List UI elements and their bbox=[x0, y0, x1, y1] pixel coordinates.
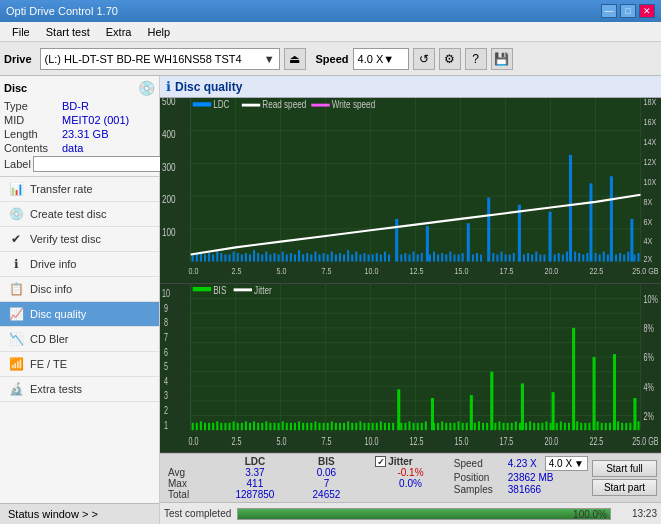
svg-text:300: 300 bbox=[162, 160, 176, 173]
svg-text:100: 100 bbox=[162, 226, 176, 239]
svg-rect-65 bbox=[549, 212, 552, 262]
svg-rect-202 bbox=[302, 423, 304, 430]
svg-rect-112 bbox=[586, 253, 588, 262]
start-full-button[interactable]: Start full bbox=[592, 460, 657, 477]
minimize-button[interactable]: — bbox=[601, 4, 617, 18]
sidebar-item-label-transfer-rate: Transfer rate bbox=[30, 183, 93, 195]
menu-start-test[interactable]: Start test bbox=[38, 24, 98, 40]
sidebar-item-drive-info[interactable]: ℹ Drive info bbox=[0, 252, 159, 277]
svg-rect-239 bbox=[417, 423, 419, 430]
svg-rect-175 bbox=[192, 423, 194, 430]
sidebar-item-create-test-disc[interactable]: 💿 Create test disc bbox=[0, 202, 159, 227]
svg-rect-52 bbox=[339, 253, 341, 262]
svg-rect-214 bbox=[351, 423, 353, 430]
svg-rect-254 bbox=[486, 423, 488, 430]
svg-text:15.0: 15.0 bbox=[454, 435, 468, 447]
main-area: Disc 💿 Type BD-R MID MEIT02 (001) Length… bbox=[0, 76, 661, 524]
svg-text:8: 8 bbox=[164, 317, 168, 329]
settings-button[interactable]: ⚙ bbox=[439, 48, 461, 70]
sidebar-item-extra-tests[interactable]: 🔬 Extra tests bbox=[0, 377, 159, 402]
save-button[interactable]: 💾 bbox=[491, 48, 513, 70]
disc-panel-title: Disc bbox=[4, 82, 27, 94]
svg-rect-43 bbox=[302, 254, 304, 261]
svg-text:10%: 10% bbox=[644, 294, 658, 306]
svg-rect-208 bbox=[327, 423, 329, 430]
svg-rect-251 bbox=[474, 423, 476, 430]
svg-rect-76 bbox=[404, 253, 406, 262]
total-bis: 24652 bbox=[295, 489, 357, 500]
sidebar-item-label-drive-info: Drive info bbox=[30, 258, 76, 270]
svg-rect-192 bbox=[261, 423, 263, 430]
svg-rect-84 bbox=[441, 253, 443, 262]
sidebar-item-verify-test-disc[interactable]: ✔ Verify test disc bbox=[0, 227, 159, 252]
svg-rect-122 bbox=[637, 253, 639, 262]
maximize-button[interactable]: □ bbox=[620, 4, 636, 18]
svg-rect-233 bbox=[613, 354, 616, 430]
svg-text:2: 2 bbox=[164, 405, 168, 417]
sidebar-item-disc-info[interactable]: 📋 Disc info bbox=[0, 277, 159, 302]
svg-rect-72 bbox=[380, 254, 382, 261]
eject-button[interactable]: ⏏ bbox=[284, 48, 306, 70]
speed-selector[interactable]: 4.0 X ▼ bbox=[353, 48, 409, 70]
action-buttons: Start full Start part bbox=[592, 456, 657, 500]
sidebar-item-disc-quality[interactable]: 📈 Disc quality bbox=[0, 302, 159, 327]
help-button[interactable]: ? bbox=[465, 48, 487, 70]
svg-rect-269 bbox=[556, 423, 558, 430]
refresh-button[interactable]: ↺ bbox=[413, 48, 435, 70]
speed-dropdown[interactable]: 4.0 X ▼ bbox=[545, 456, 588, 471]
svg-rect-110 bbox=[578, 253, 580, 262]
svg-rect-259 bbox=[511, 423, 513, 430]
svg-rect-211 bbox=[339, 423, 341, 430]
stats-table: LDC BIS ✓ Jitter bbox=[164, 456, 450, 500]
svg-rect-66 bbox=[569, 155, 572, 262]
sidebar-item-fe-te[interactable]: 📶 FE / TE bbox=[0, 352, 159, 377]
sidebar-item-transfer-rate[interactable]: 📊 Transfer rate bbox=[0, 177, 159, 202]
svg-rect-96 bbox=[505, 254, 507, 261]
svg-rect-111 bbox=[582, 254, 584, 261]
transfer-rate-icon: 📊 bbox=[8, 182, 24, 196]
menu-help[interactable]: Help bbox=[139, 24, 178, 40]
svg-rect-85 bbox=[445, 254, 447, 261]
start-part-button[interactable]: Start part bbox=[592, 479, 657, 496]
disc-contents-label: Contents bbox=[4, 142, 62, 154]
verify-test-disc-icon: ✔ bbox=[8, 232, 24, 246]
sidebar-item-cd-bler[interactable]: 📉 CD Bler bbox=[0, 327, 159, 352]
svg-text:10X: 10X bbox=[644, 176, 657, 187]
svg-rect-206 bbox=[318, 423, 320, 430]
svg-rect-64 bbox=[518, 205, 521, 262]
svg-rect-218 bbox=[368, 423, 370, 430]
svg-rect-223 bbox=[388, 423, 390, 430]
svg-rect-279 bbox=[605, 423, 607, 430]
charts-area: 500 400 300 200 100 18X 16X 14X 12X 10X … bbox=[160, 98, 661, 453]
disc-label-input[interactable] bbox=[33, 156, 166, 172]
svg-rect-101 bbox=[531, 254, 533, 261]
svg-rect-270 bbox=[560, 421, 562, 430]
svg-rect-70 bbox=[372, 254, 374, 261]
svg-rect-54 bbox=[347, 250, 349, 261]
svg-rect-271 bbox=[564, 423, 566, 430]
svg-rect-82 bbox=[433, 252, 435, 262]
svg-rect-185 bbox=[233, 421, 235, 430]
close-button[interactable]: ✕ bbox=[639, 4, 655, 18]
svg-rect-104 bbox=[543, 254, 545, 261]
svg-text:6: 6 bbox=[164, 346, 168, 358]
menu-file[interactable]: File bbox=[4, 24, 38, 40]
svg-rect-264 bbox=[533, 423, 535, 430]
svg-rect-205 bbox=[314, 421, 316, 430]
svg-rect-234 bbox=[633, 398, 636, 430]
drive-selector[interactable]: (L:) HL-DT-ST BD-RE WH16NS58 TST4 ▼ bbox=[40, 48, 280, 70]
menu-extra[interactable]: Extra bbox=[98, 24, 140, 40]
status-window-button[interactable]: Status window > > bbox=[0, 503, 159, 524]
svg-text:4X: 4X bbox=[644, 235, 653, 246]
svg-text:20.0: 20.0 bbox=[544, 265, 558, 276]
svg-rect-230 bbox=[552, 392, 555, 430]
svg-text:2X: 2X bbox=[644, 252, 653, 263]
svg-rect-181 bbox=[216, 421, 218, 430]
svg-rect-247 bbox=[453, 423, 455, 430]
svg-rect-33 bbox=[261, 254, 263, 261]
svg-rect-277 bbox=[597, 421, 599, 430]
svg-rect-232 bbox=[592, 357, 595, 430]
create-test-disc-icon: 💿 bbox=[8, 207, 24, 221]
svg-rect-213 bbox=[347, 421, 349, 430]
svg-text:10.0: 10.0 bbox=[364, 435, 378, 447]
